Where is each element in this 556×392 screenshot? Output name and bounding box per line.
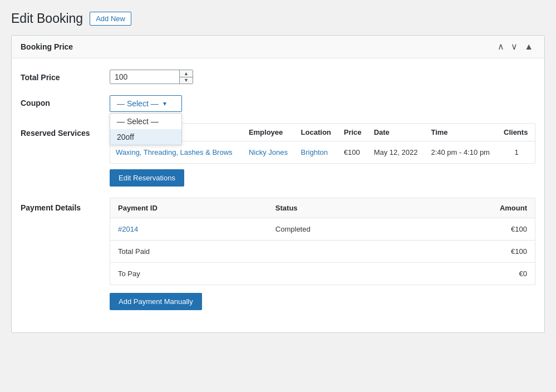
edit-reservations-button[interactable]: Edit Reservations bbox=[110, 169, 184, 187]
col-location: Location bbox=[296, 124, 338, 141]
coupon-select-button[interactable]: — Select — ▾ bbox=[110, 95, 182, 112]
payment-id-link[interactable]: #2014 bbox=[118, 225, 138, 233]
payment-status-cell: Completed bbox=[268, 218, 412, 241]
payment-header-row: Payment ID Status Amount bbox=[110, 198, 535, 218]
reserved-services-label: Reserved Services bbox=[21, 123, 110, 138]
total-paid-row: Total Paid €100 bbox=[110, 241, 535, 263]
to-pay-value-cell: €0 bbox=[412, 263, 535, 285]
coupon-option-default[interactable]: — Select — bbox=[110, 114, 181, 129]
panel-controls: ∧ ∨ ▲ bbox=[495, 41, 535, 52]
col-amount: Amount bbox=[412, 198, 535, 218]
col-clients: Clients bbox=[498, 124, 535, 141]
coupon-label: Coupon bbox=[21, 95, 110, 107]
panel-up-button[interactable]: ∧ bbox=[495, 41, 506, 52]
service-link[interactable]: Waxing, Threading, Lashes & Brows bbox=[116, 148, 233, 156]
page-header: Edit Booking Add New bbox=[11, 11, 545, 26]
price-cell: €100 bbox=[338, 141, 368, 164]
employee-link[interactable]: Nicky Jones bbox=[249, 148, 288, 156]
panel-down-button[interactable]: ∨ bbox=[509, 41, 520, 52]
clients-cell: 1 bbox=[498, 141, 535, 164]
coupon-control: — Select — ▾ — Select — 20off bbox=[110, 95, 535, 112]
number-input-wrap: ▲ ▼ bbox=[110, 70, 193, 84]
location-link[interactable]: Brighton bbox=[301, 148, 328, 156]
col-status: Status bbox=[268, 198, 412, 218]
booking-price-panel: Booking Price ∧ ∨ ▲ Total Price ▲ ▼ C bbox=[11, 35, 545, 333]
coupon-row: Coupon — Select — ▾ — Select — 20off bbox=[21, 95, 535, 112]
payment-table-body: #2014 Completed €100 Total Paid €100 To … bbox=[110, 218, 535, 285]
spinners: ▲ ▼ bbox=[179, 70, 193, 84]
spinner-down-button[interactable]: ▼ bbox=[180, 77, 193, 84]
payment-details-control: Payment ID Status Amount #2014 Completed… bbox=[110, 198, 535, 310]
coupon-select-value: — Select — bbox=[117, 99, 159, 108]
coupon-option-20off[interactable]: 20off bbox=[110, 129, 181, 145]
chevron-down-icon: ▾ bbox=[163, 100, 166, 107]
col-employee: Employee bbox=[243, 124, 296, 141]
payment-table: Payment ID Status Amount #2014 Completed… bbox=[110, 198, 535, 285]
payment-details-row: Payment Details Payment ID Status Amount bbox=[21, 198, 535, 310]
employee-cell: Nicky Jones bbox=[243, 141, 296, 164]
payment-details-label: Payment Details bbox=[21, 198, 110, 212]
panel-collapse-button[interactable]: ▲ bbox=[522, 41, 535, 52]
reserved-services-row: Reserved Services Employee Location Pric… bbox=[21, 123, 535, 187]
payment-id-cell: #2014 bbox=[110, 218, 268, 241]
col-time: Time bbox=[425, 124, 498, 141]
total-price-control: ▲ ▼ bbox=[110, 70, 535, 84]
total-paid-empty-cell bbox=[268, 241, 412, 263]
total-price-row: Total Price ▲ ▼ bbox=[21, 70, 535, 84]
coupon-dropdown: — Select — 20off bbox=[110, 113, 182, 145]
payment-table-head: Payment ID Status Amount bbox=[110, 198, 535, 218]
to-pay-empty-cell bbox=[268, 263, 412, 285]
col-payment-id: Payment ID bbox=[110, 198, 268, 218]
payment-row: #2014 Completed €100 bbox=[110, 218, 535, 241]
to-pay-label-cell: To Pay bbox=[110, 263, 268, 285]
spinner-up-button[interactable]: ▲ bbox=[180, 70, 193, 77]
panel-header: Booking Price ∧ ∨ ▲ bbox=[12, 36, 544, 58]
page-title: Edit Booking bbox=[11, 11, 83, 26]
total-paid-label-cell: Total Paid bbox=[110, 241, 268, 263]
add-payment-button[interactable]: Add Payment Manually bbox=[110, 293, 202, 310]
col-date: Date bbox=[368, 124, 426, 141]
panel-body: Total Price ▲ ▼ Coupon — Select — ▾ bbox=[12, 58, 544, 332]
date-cell: May 12, 2022 bbox=[368, 141, 426, 164]
col-price: Price bbox=[338, 124, 368, 141]
to-pay-row: To Pay €0 bbox=[110, 263, 535, 285]
total-price-label: Total Price bbox=[21, 70, 110, 82]
panel-title: Booking Price bbox=[21, 42, 73, 51]
time-cell: 2:40 pm - 4:10 pm bbox=[425, 141, 498, 164]
location-cell: Brighton bbox=[296, 141, 338, 164]
total-paid-value-cell: €100 bbox=[412, 241, 535, 263]
add-new-button[interactable]: Add New bbox=[90, 12, 131, 26]
coupon-select-wrap: — Select — ▾ — Select — 20off bbox=[110, 95, 182, 112]
payment-amount-cell: €100 bbox=[412, 218, 535, 241]
